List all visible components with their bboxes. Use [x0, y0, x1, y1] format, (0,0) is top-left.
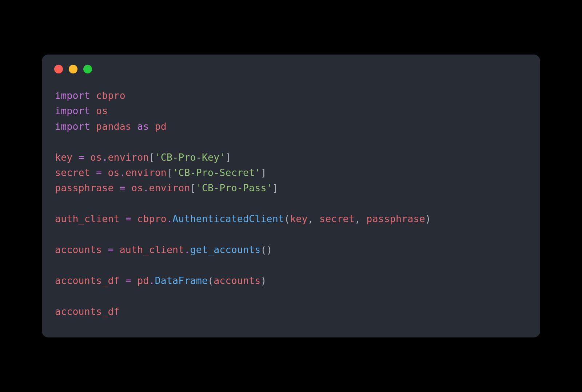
code-token: .	[120, 167, 125, 178]
code-token: ,	[355, 213, 366, 224]
code-token: accounts_df	[55, 275, 120, 286]
code-token: environ	[149, 182, 190, 193]
code-token: 'CB-Pro-Pass'	[196, 182, 272, 193]
code-token: )	[425, 213, 431, 224]
code-token	[102, 244, 108, 255]
code-token: DataFrame	[155, 275, 208, 286]
code-token: AuthenticatedClient	[172, 213, 284, 224]
code-token	[102, 167, 108, 178]
code-token: os	[108, 167, 119, 178]
code-token: get_accounts	[190, 244, 261, 255]
code-token	[120, 213, 125, 224]
code-token: os	[90, 152, 102, 163]
code-token	[90, 167, 96, 178]
code-token: passphrase	[366, 213, 425, 224]
code-token: .	[143, 182, 149, 193]
code-token: secret	[55, 167, 90, 178]
code-token: =	[125, 213, 131, 224]
code-token: .	[184, 244, 190, 255]
code-token: ]	[226, 152, 231, 163]
code-token: =	[108, 244, 113, 255]
code-token: =	[125, 275, 131, 286]
code-token	[90, 121, 96, 132]
code-token: pd	[155, 121, 167, 132]
code-token: import	[55, 105, 90, 116]
code-token: [	[167, 167, 172, 178]
code-token	[149, 121, 155, 132]
code-token	[114, 244, 120, 255]
code-token: accounts	[55, 244, 102, 255]
code-token: (	[284, 213, 290, 224]
code-token: =	[79, 152, 84, 163]
code-token: key	[290, 213, 307, 224]
code-token: environ	[125, 167, 167, 178]
code-token	[131, 275, 137, 286]
code-token: pd	[137, 275, 149, 286]
close-icon[interactable]	[54, 65, 63, 73]
code-token: environ	[108, 152, 149, 163]
code-token: secret	[319, 213, 355, 224]
code-token: os	[131, 182, 143, 193]
code-token: os	[96, 105, 108, 116]
code-token: ]	[272, 182, 278, 193]
code-token: import	[55, 90, 90, 101]
code-token	[90, 105, 96, 116]
code-token	[90, 90, 96, 101]
minimize-icon[interactable]	[69, 65, 77, 73]
code-token: ,	[308, 213, 319, 224]
code-token: [	[149, 152, 155, 163]
code-token: accounts	[214, 275, 260, 286]
code-token: passphrase	[55, 182, 114, 193]
code-token: 'CB-Pro-Key'	[155, 152, 226, 163]
code-token: as	[137, 121, 149, 132]
maximize-icon[interactable]	[83, 65, 92, 73]
code-token: auth_client	[55, 213, 120, 224]
code-token: )	[260, 275, 266, 286]
code-token: ()	[260, 244, 272, 255]
code-token: cbpro	[137, 213, 167, 224]
window-titlebar	[42, 55, 540, 77]
code-token: 'CB-Pro-Secret'	[172, 167, 260, 178]
code-token	[131, 213, 137, 224]
code-token: =	[120, 182, 125, 193]
code-token	[72, 152, 78, 163]
code-token	[120, 275, 125, 286]
code-token: auth_client	[120, 244, 184, 255]
code-token: .	[167, 213, 172, 224]
code-token: import	[55, 121, 90, 132]
code-window: import cbpro import os import pandas as …	[42, 55, 540, 337]
code-token: (	[208, 275, 214, 286]
code-token: key	[55, 152, 72, 163]
code-token: cbpro	[96, 90, 125, 101]
code-token: =	[96, 167, 102, 178]
code-token	[131, 121, 137, 132]
code-token: [	[190, 182, 196, 193]
code-token: accounts_df	[55, 306, 120, 317]
code-token	[114, 182, 120, 193]
code-token: ]	[260, 167, 266, 178]
code-token	[84, 152, 90, 163]
code-token	[125, 182, 131, 193]
code-content[interactable]: import cbpro import os import pandas as …	[42, 77, 540, 337]
code-token: .	[149, 275, 155, 286]
code-token: pandas	[96, 121, 131, 132]
code-token: .	[102, 152, 108, 163]
